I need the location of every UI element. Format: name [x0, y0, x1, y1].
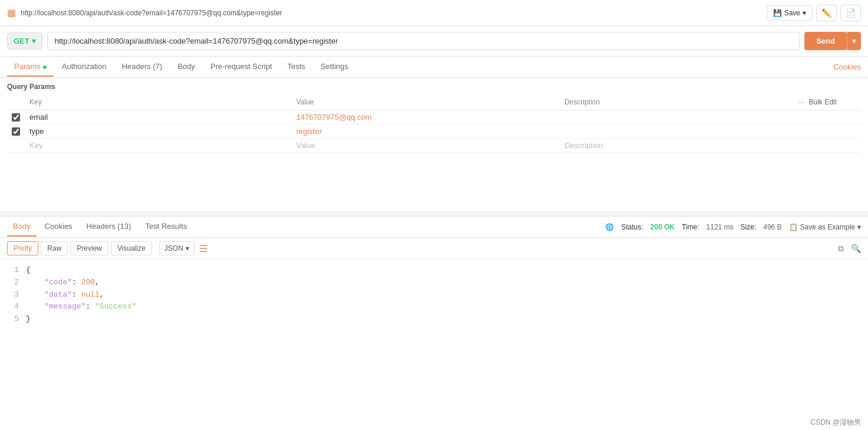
code-content-3: "data": null,: [26, 289, 861, 301]
code-line-5: 5 }: [0, 313, 868, 326]
tab-tests[interactable]: Tests: [280, 57, 312, 77]
tab-headers[interactable]: Headers (7): [115, 57, 170, 77]
row-1-desc[interactable]: [560, 110, 794, 124]
col-desc-header: Description: [560, 94, 794, 110]
row-1-actions: [794, 110, 861, 124]
save-button[interactable]: 💾 Save ▾: [767, 5, 813, 21]
line-num-1: 1: [7, 264, 19, 277]
save-example-button[interactable]: 📋 Save as Example ▾: [789, 223, 861, 231]
time-value: 1121 ms: [707, 223, 734, 231]
format-select[interactable]: JSON ▾: [159, 241, 194, 255]
title-bar-right: 💾 Save ▾ ✏️ 📄: [767, 5, 861, 21]
empty-value[interactable]: Value: [292, 139, 560, 153]
tab-settings[interactable]: Settings: [313, 57, 355, 77]
response-status: 🌐 Status: 200 OK Time: 1121 ms Size: 496…: [605, 223, 861, 231]
row-2-desc[interactable]: [560, 124, 794, 139]
empty-desc[interactable]: Description: [560, 139, 794, 153]
params-dot: [43, 65, 47, 69]
row-2-value[interactable]: register: [292, 124, 560, 139]
response-tab-body[interactable]: Body: [7, 217, 37, 237]
code-content-5: }: [26, 313, 861, 326]
row-1-key[interactable]: email: [25, 110, 292, 124]
search-icon[interactable]: 🔍: [851, 244, 861, 253]
format-tab-preview[interactable]: Preview: [70, 241, 108, 255]
save-example-label: Save as Example: [800, 223, 855, 231]
response-tab-body-label: Body: [13, 222, 31, 231]
tab-body[interactable]: Body: [170, 57, 202, 77]
col-actions-header: ··· Bulk Edit: [794, 94, 861, 110]
row-1-value[interactable]: 1476707975@qq.com: [292, 110, 560, 124]
code-line-3: 3 "data": null,: [0, 289, 868, 301]
row-2-key[interactable]: type: [25, 124, 292, 139]
size-label: Size:: [741, 223, 757, 231]
tab-pre-request-script[interactable]: Pre-request Script: [203, 57, 279, 77]
response-tab-cookies-label: Cookies: [45, 222, 72, 231]
table-row: type register: [7, 124, 861, 139]
save-label: Save: [784, 9, 800, 17]
send-group: Send ▾: [804, 32, 861, 50]
send-button[interactable]: Send: [804, 32, 847, 50]
col-checkbox-header: [7, 94, 25, 110]
cookies-link[interactable]: Cookies: [833, 63, 861, 71]
tabs-bar: Params Authorization Headers (7) Body Pr…: [0, 57, 868, 78]
footer: CSDN @湿物男: [803, 415, 868, 430]
method-label: GET: [14, 37, 29, 45]
title-bar: ▦ http://localhost:8080/api/auth/ask-cod…: [0, 0, 868, 26]
more-button[interactable]: ···: [798, 98, 804, 106]
format-bar: Pretty Raw Preview Visualize JSON ▾ ☰ ⧉ …: [0, 238, 868, 260]
empty-checkbox-cell: [7, 139, 25, 153]
code-content-2: "code": 200,: [26, 277, 861, 289]
line-num-2: 2: [7, 277, 19, 289]
response-tab-test-results-label: Test Results: [145, 222, 187, 231]
size-value: 496 B: [763, 223, 781, 231]
save-example-chevron-icon: ▾: [857, 223, 861, 231]
format-select-chevron-icon: ▾: [186, 244, 189, 252]
method-select[interactable]: GET ▾: [7, 32, 42, 50]
tab-authorization-label: Authorization: [62, 62, 107, 71]
tab-pre-request-script-label: Pre-request Script: [210, 62, 272, 71]
code-line-2: 2 "code": 200,: [0, 277, 868, 289]
response-tab-test-results[interactable]: Test Results: [139, 217, 193, 237]
col-value-header: Value: [292, 94, 560, 110]
response-tab-cookies[interactable]: Cookies: [39, 217, 78, 237]
save-icon: 💾: [773, 9, 782, 17]
empty-key[interactable]: Key: [25, 139, 292, 153]
row-2-checkbox[interactable]: [12, 127, 20, 136]
format-tab-pretty[interactable]: Pretty: [7, 241, 38, 255]
table-row-empty: Key Value Description: [7, 139, 861, 153]
row-1-checkbox[interactable]: [12, 113, 20, 122]
url-input[interactable]: [47, 32, 800, 50]
empty-actions: [794, 139, 861, 153]
line-num-4: 4: [7, 301, 19, 313]
save-example-icon: 📋: [789, 223, 798, 231]
filter-icon[interactable]: ☰: [199, 243, 207, 254]
section-divider: [0, 212, 868, 216]
format-select-label: JSON: [164, 244, 183, 252]
edit-icon-button[interactable]: ✏️: [816, 5, 837, 21]
row-2-checkbox-cell: [7, 124, 25, 139]
globe-icon: 🌐: [605, 223, 614, 231]
response-tabs-bar: Body Cookies Headers (13) Test Results 🌐…: [0, 216, 868, 238]
line-num-3: 3: [7, 289, 19, 301]
table-row: email 1476707975@qq.com: [7, 110, 861, 124]
tab-params[interactable]: Params: [7, 57, 54, 77]
tab-settings-label: Settings: [321, 62, 348, 71]
code-content-1: {: [26, 264, 861, 277]
col-key-header: Key: [25, 94, 292, 110]
response-tab-headers[interactable]: Headers (13): [81, 217, 137, 237]
tab-params-label: Params: [14, 62, 41, 71]
title-bar-url: http://localhost:8080/api/auth/ask-code?…: [21, 9, 282, 17]
send-dropdown-button[interactable]: ▾: [847, 32, 861, 50]
params-table: Key Value Description ··· Bulk Edit emai…: [7, 94, 861, 153]
copy-icon[interactable]: ⧉: [838, 244, 844, 254]
tab-authorization[interactable]: Authorization: [55, 57, 114, 77]
row-1-checkbox-cell: [7, 110, 25, 124]
bulk-edit-link[interactable]: Bulk Edit: [808, 98, 836, 106]
format-tab-visualize[interactable]: Visualize: [111, 241, 152, 255]
description-icon-button[interactable]: 📄: [840, 5, 861, 21]
tab-tests-label: Tests: [288, 62, 305, 71]
code-view: 1 { 2 "code": 200, 3 "data": null, 4 "me…: [0, 260, 868, 330]
query-params-title: Query Params: [7, 83, 861, 91]
code-content-4: "message": "Success": [26, 301, 861, 313]
format-tab-raw[interactable]: Raw: [41, 241, 68, 255]
